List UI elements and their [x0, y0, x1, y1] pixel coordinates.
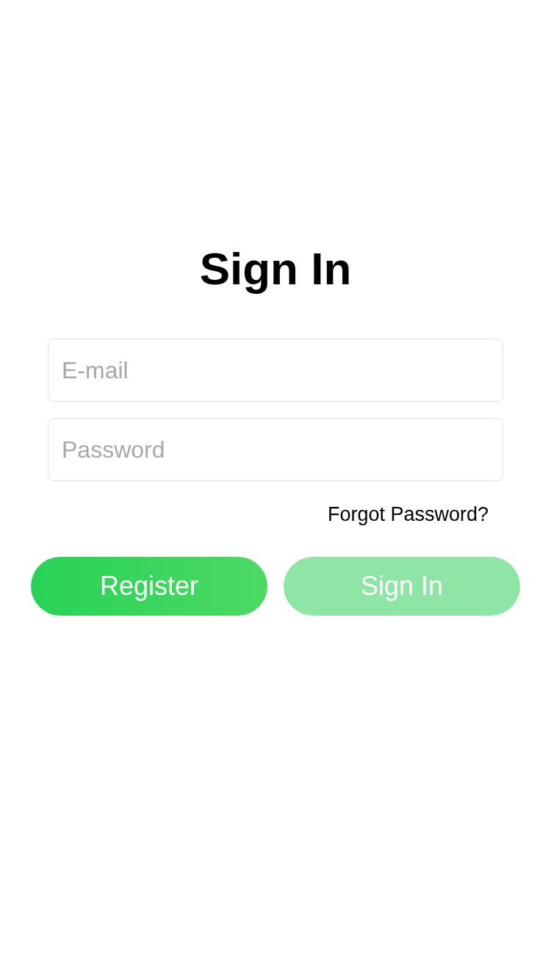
button-row: Register Sign In [31, 557, 520, 616]
page-title: Sign In [200, 242, 352, 295]
signin-container: Sign In Forgot Password? Register Sign I… [0, 0, 551, 616]
password-input-wrapper [48, 418, 503, 481]
forgot-password-row: Forgot Password? [32, 503, 519, 526]
signin-button[interactable]: Sign In [284, 557, 520, 616]
email-field[interactable] [48, 339, 503, 402]
password-field[interactable] [48, 418, 503, 481]
register-button[interactable]: Register [31, 557, 267, 616]
email-input-wrapper [48, 339, 503, 402]
forgot-password-link[interactable]: Forgot Password? [328, 503, 489, 526]
